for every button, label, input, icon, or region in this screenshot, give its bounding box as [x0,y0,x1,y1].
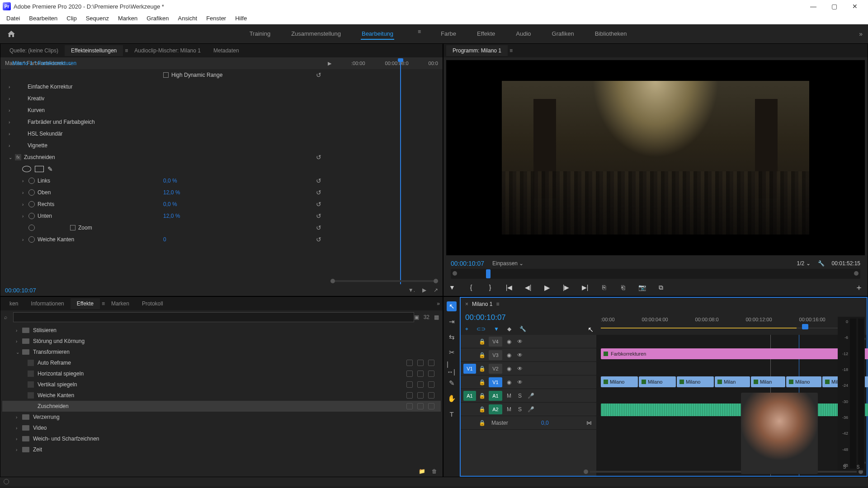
track-a1[interactable]: A1 [489,391,502,401]
ripple-edit-tool[interactable]: ⇆ [447,332,457,342]
workspace-training[interactable]: Training [249,28,271,40]
workspace-zusammenstellung[interactable]: Zusammenstellung [290,28,342,40]
voiceover-icon[interactable]: 🎤 [527,393,535,399]
track-a2[interactable]: A2 [489,404,502,414]
folder-storung[interactable]: ›Störung und Körnung [2,336,441,347]
solo-button[interactable]: S [516,393,524,399]
lock-icon[interactable]: 🔒 [479,393,486,399]
slip-tool[interactable]: |↔| [447,363,457,373]
track-select-tool[interactable]: ⇥ [447,317,457,327]
browser-tab-effekte[interactable]: Effekte [71,298,100,309]
menu-bearbeiten[interactable]: Bearbeiten [24,13,62,23]
folder-video[interactable]: ›Video [2,422,441,433]
yuv-filter-icon[interactable]: ▦ [434,314,439,320]
track-v3[interactable]: V3 [489,350,502,360]
stopwatch-icon[interactable] [28,178,35,184]
scrub-playhead[interactable] [486,269,491,278]
menu-fenster[interactable]: Fenster [202,13,231,23]
extract-button[interactable]: ⎗ [618,282,628,292]
bowtie-icon[interactable]: ⋈ [586,420,592,426]
razor-tool[interactable]: ✂ [447,347,457,357]
play-button[interactable]: ▶ [542,282,552,292]
track-v1[interactable]: V1 [489,377,502,387]
menu-ansicht[interactable]: Ansicht [173,13,202,23]
source-tab-effekteinstellungen[interactable]: Effekteinstellungen [65,45,123,56]
effect-h-spiegeln[interactable]: Horizontal spiegeln [2,368,441,379]
expand-arrow[interactable]: › [22,202,28,207]
close-button[interactable]: ✕ [844,3,865,10]
effect-auto-reframe[interactable]: Auto Reframe [2,357,441,368]
ec-section[interactable]: Kreativ [28,95,44,102]
timeline-zoom-bar[interactable] [584,469,863,475]
zoom-handle-left[interactable] [584,469,588,474]
stopwatch-icon[interactable] [28,225,35,231]
ec-section[interactable]: Einfache Korrektur [28,84,72,90]
delete-icon[interactable]: 🗑 [432,468,437,474]
crop-unten-value[interactable]: 12,0 % [163,213,180,219]
minimize-button[interactable]: — [803,3,824,10]
export-icon[interactable]: ↗ [434,287,438,293]
source-tab-audioclip-mischer[interactable]: Audioclip-Mischer: Milano 1 [128,45,207,56]
crop-links-value[interactable]: 0,0 % [163,178,177,184]
export-frame-button[interactable]: 📷 [637,282,647,292]
ec-clip-label[interactable]: Milano 1 * Farbkorrekturen [9,58,79,69]
comparison-view-button[interactable]: ⧉ [656,282,666,292]
add-marker-button[interactable]: ▼ [447,282,457,292]
toggle-sync[interactable]: 👁 [516,352,524,358]
zoom-handle-left[interactable] [330,279,335,283]
source-patch-a1[interactable]: A1 [463,391,476,401]
video-clip[interactable]: Milano [639,376,676,387]
selection-tool[interactable]: ↖ [447,301,457,311]
reset-icon[interactable]: ↺ [316,212,321,220]
32bit-filter-icon[interactable]: 32 [424,314,429,320]
menu-datei[interactable]: Datei [2,13,24,23]
stopwatch-icon[interactable] [28,189,35,196]
workspace-farbe[interactable]: Farbe [440,28,457,40]
lift-button[interactable]: ⎘ [599,282,609,292]
browser-tab-marken[interactable]: Marken [105,298,136,309]
snap-icon[interactable]: ⌖ [465,326,468,332]
track-v4[interactable]: V4 [489,337,502,347]
hand-tool[interactable]: ✋ [447,394,457,404]
toggle-output[interactable]: ◉ [505,366,513,372]
video-clip[interactable]: Milano [677,376,714,387]
search-icon[interactable]: ⌕ [4,314,13,320]
ec-mini-timeline[interactable]: ▶ :00:00 00:00:08:0 00:0 [330,57,443,69]
menu-grafiken[interactable]: Grafiken [142,13,173,23]
reset-icon[interactable]: ↺ [316,201,321,208]
video-clip[interactable]: Milano [601,376,638,387]
mute-button[interactable]: M [505,406,513,413]
expand-arrow[interactable]: › [9,120,15,125]
lock-icon[interactable]: 🔒 [479,406,486,413]
track-v2[interactable]: V2 [489,364,502,374]
ec-play-icon[interactable]: ▶ [328,61,331,66]
reset-icon[interactable]: ↺ [316,189,321,196]
fit-dropdown[interactable]: Einpassen ⌄ [492,260,524,267]
pen-mask-icon[interactable]: ✎ [47,165,53,173]
zoom-dropdown[interactable]: 1/2 ⌄ [797,260,811,267]
toggle-output[interactable]: ◉ [505,352,513,358]
sequence-name[interactable]: Milano 1 [472,301,492,307]
workspace-grafiken[interactable]: Grafiken [551,28,575,40]
scrub-handle-right[interactable] [854,271,859,276]
expand-arrow[interactable]: › [9,143,15,148]
filter-icon[interactable]: ▼. [408,287,415,293]
accelerated-filter-icon[interactable]: ▣ [414,314,419,320]
button-editor-icon[interactable]: ＋ [854,282,864,292]
folder-stilisieren[interactable]: ›Stilisieren [2,325,441,336]
type-tool[interactable]: T [447,409,457,419]
lock-icon[interactable]: 🔒 [479,338,486,345]
expand-arrow[interactable]: › [9,131,15,136]
crop-oben-value[interactable]: 12,0 % [163,189,180,196]
workspace-audio[interactable]: Audio [515,28,532,40]
folder-weich-scharf[interactable]: ›Weich- und Scharfzeichnen [2,433,441,444]
expand-arrow[interactable]: › [9,84,15,89]
lock-icon[interactable]: 🔒 [479,352,486,358]
effect-v-spiegeln[interactable]: Vertikal spiegeln [2,379,441,390]
collapse-arrow[interactable]: ⌄ [9,155,15,160]
close-sequence-icon[interactable]: × [465,301,468,307]
program-viewer[interactable] [446,60,865,255]
menu-sequenz[interactable]: Sequenz [81,13,113,23]
effects-search-input[interactable] [13,312,414,322]
crop-rechts-value[interactable]: 0,0 % [163,201,177,207]
